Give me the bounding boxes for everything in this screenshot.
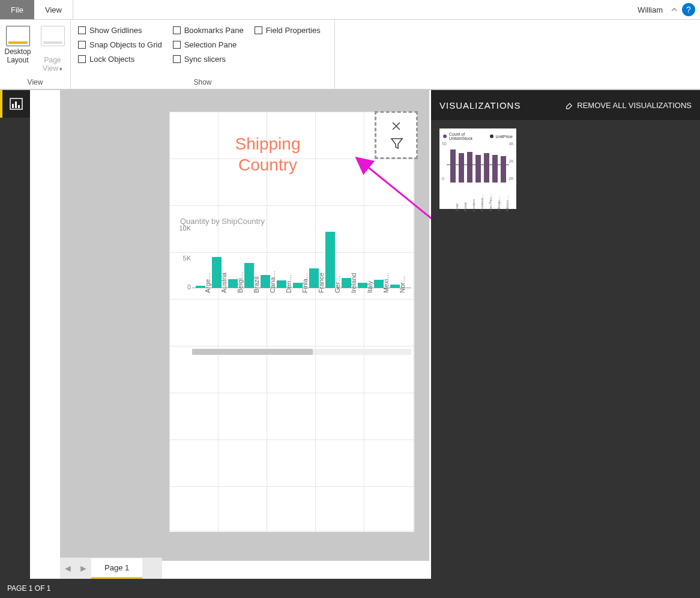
check-field-properties[interactable]: Field Properties bbox=[255, 26, 321, 35]
filter-icon[interactable] bbox=[390, 137, 402, 149]
thumb-legend: Count of UnitsInStock UnitPrice bbox=[443, 132, 513, 140]
x-tick: Den… bbox=[285, 274, 292, 293]
help-icon[interactable]: ? bbox=[682, 3, 695, 16]
ribbon-group-show-label: Show bbox=[74, 78, 331, 88]
page-prev-button: ◄ bbox=[60, 558, 76, 579]
x-tick: Cana… bbox=[269, 271, 276, 293]
chart-title: Quantity by ShipCountry bbox=[174, 217, 411, 226]
check-sync-slicers[interactable]: Sync slicers bbox=[173, 55, 244, 64]
page-view-caret-icon: ▾ bbox=[59, 66, 62, 72]
thumb-bar bbox=[450, 150, 456, 183]
visualization-thumbnail[interactable]: Count of UnitsInStock UnitPrice 50 0 4K … bbox=[439, 128, 516, 209]
page-next-button: ► bbox=[76, 558, 91, 579]
x-tick: Italy bbox=[366, 281, 373, 293]
x-tick: Brazil bbox=[253, 276, 260, 293]
ribbon-group-view-label: View bbox=[28, 78, 43, 88]
x-tick: Nor… bbox=[399, 276, 406, 293]
x-tick: Ger… bbox=[334, 276, 341, 293]
selected-slicer-handle[interactable] bbox=[375, 112, 417, 159]
eraser-icon bbox=[565, 101, 573, 109]
check-bookmarks-pane[interactable]: Bookmarks Pane bbox=[173, 26, 244, 35]
text-tile-title[interactable]: Shipping Country bbox=[169, 133, 366, 175]
thumb-bar bbox=[467, 152, 472, 183]
page-tab-1[interactable]: Page 1 bbox=[91, 558, 142, 579]
thumb-bar bbox=[501, 156, 506, 183]
tab-view[interactable]: View bbox=[34, 0, 73, 19]
svg-rect-1 bbox=[12, 104, 14, 108]
x-tick: Finla… bbox=[301, 272, 309, 293]
thumb-x-tick: London bbox=[472, 199, 475, 211]
page-view-icon bbox=[41, 26, 65, 46]
thumb-bar bbox=[475, 155, 481, 183]
thumb-bar bbox=[459, 153, 464, 183]
report-page[interactable]: Shipping Country Quantity by ShipCountry… bbox=[169, 112, 414, 532]
page-view-button: Page View▾ bbox=[37, 25, 69, 73]
thumb-bar bbox=[492, 155, 498, 183]
thumb-x-tick: Graz bbox=[455, 204, 459, 211]
check-selection-pane[interactable]: Selection Pane bbox=[173, 40, 244, 49]
chart-quantity-by-shipcountry[interactable]: Quantity by ShipCountry 10K 5K 0 Arge…Au… bbox=[174, 217, 411, 334]
user-label[interactable]: William bbox=[632, 0, 669, 19]
check-snap-to-grid[interactable]: Snap Objects to Grid bbox=[78, 40, 162, 49]
x-tick: Belgi… bbox=[237, 272, 244, 293]
svg-rect-3 bbox=[18, 105, 20, 108]
thumb-x-tick: Sao Pau… bbox=[489, 194, 492, 211]
desktop-layout-icon bbox=[6, 26, 30, 46]
x-tick: Mexi… bbox=[382, 273, 390, 293]
tab-file[interactable]: File bbox=[0, 0, 34, 19]
y-tick: 0 bbox=[174, 283, 191, 291]
x-tick: Austria bbox=[220, 273, 228, 293]
x-tick: Ireland bbox=[350, 273, 357, 293]
status-page-indicator: PAGE 1 OF 1 bbox=[7, 584, 50, 593]
desktop-layout-button[interactable]: Desktop Layout bbox=[2, 25, 34, 64]
thumb-x-tick: Cunewa… bbox=[480, 195, 484, 211]
chart-h-scrollbar[interactable] bbox=[192, 349, 411, 355]
thumb-x-tick: México … bbox=[505, 195, 509, 211]
thumb-x-tick: Albuqu… bbox=[497, 196, 501, 211]
y-tick: 5K bbox=[174, 255, 191, 262]
y-tick: 10K bbox=[174, 225, 191, 232]
x-tick: Arge… bbox=[204, 273, 211, 293]
collapse-ribbon-chevron-icon[interactable] bbox=[669, 0, 680, 19]
bar-chart-icon bbox=[10, 98, 23, 110]
thumb-bar bbox=[484, 153, 489, 183]
canvas[interactable]: Shipping Country Quantity by ShipCountry… bbox=[30, 90, 431, 579]
page-view-label: Page View bbox=[43, 56, 61, 73]
desktop-layout-label: Desktop Layout bbox=[4, 47, 31, 64]
visualizations-header: VISUALIZATIONS bbox=[439, 100, 520, 110]
check-show-gridlines[interactable]: Show Gridlines bbox=[78, 26, 162, 35]
thumb-x-tick: Boise bbox=[463, 202, 467, 211]
check-lock-objects[interactable]: Lock Objects bbox=[78, 55, 162, 64]
remove-all-visualizations-button[interactable]: REMOVE ALL VISUALIZATIONS bbox=[565, 101, 692, 110]
svg-rect-2 bbox=[15, 101, 17, 108]
x-tick: France bbox=[318, 273, 325, 293]
top-spacer bbox=[73, 0, 632, 19]
close-icon[interactable] bbox=[391, 121, 401, 133]
report-view-rail-button[interactable] bbox=[0, 90, 30, 118]
status-bar: PAGE 1 OF 1 bbox=[0, 579, 700, 598]
